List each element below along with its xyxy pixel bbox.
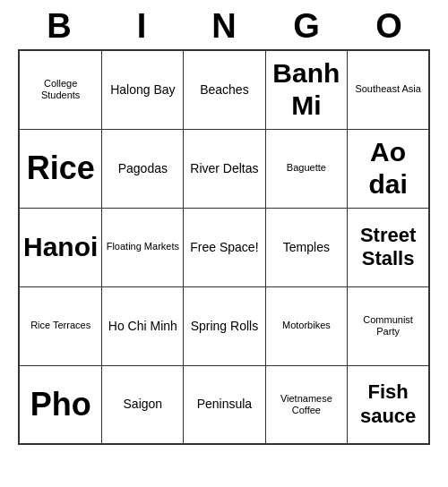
cell-r2-c1: Floating Markets [102, 208, 184, 286]
cell-r0-c3: Banh Mi [265, 50, 348, 129]
cell-r4-c3: Vietnamese Coffee [265, 365, 348, 444]
cell-r0-c4: Southeast Asia [348, 50, 429, 129]
cell-r3-c0: Rice Terraces [19, 286, 102, 365]
cell-r2-c2: Free Space! [184, 208, 265, 286]
header-letter-b: B [18, 7, 100, 46]
cell-r1-c4: Ao dai [348, 129, 429, 208]
cell-r3-c4: Communist Party [348, 286, 429, 365]
cell-r2-c3: Temples [265, 208, 348, 286]
header-letter-g: G [265, 7, 348, 46]
cell-r1-c0: Rice [19, 129, 102, 208]
bingo-table: College StudentsHalong BayBeachesBanh Mi… [18, 49, 430, 445]
cell-r2-c4: Street Stalls [348, 208, 429, 286]
cell-r1-c1: Pagodas [102, 129, 184, 208]
cell-r3-c3: Motorbikes [265, 286, 348, 365]
cell-r4-c4: Fish sauce [348, 365, 429, 444]
cell-r1-c3: Baguette [265, 129, 348, 208]
cell-r1-c2: River Deltas [184, 129, 265, 208]
cell-r3-c1: Ho Chi Minh [102, 286, 184, 365]
header-letter-o: O [348, 7, 430, 46]
cell-r4-c1: Saigon [102, 365, 184, 444]
cell-r0-c2: Beaches [184, 50, 265, 129]
header-letter-n: N [183, 7, 265, 46]
cell-r4-c0: Pho [19, 365, 102, 444]
cell-r0-c0: College Students [19, 50, 102, 129]
bingo-header: BINGO [18, 7, 430, 46]
cell-r4-c2: Peninsula [184, 365, 265, 444]
cell-r3-c2: Spring Rolls [184, 286, 265, 365]
cell-r2-c0: Hanoi [19, 208, 102, 286]
header-letter-i: I [100, 7, 183, 46]
cell-r0-c1: Halong Bay [102, 50, 184, 129]
